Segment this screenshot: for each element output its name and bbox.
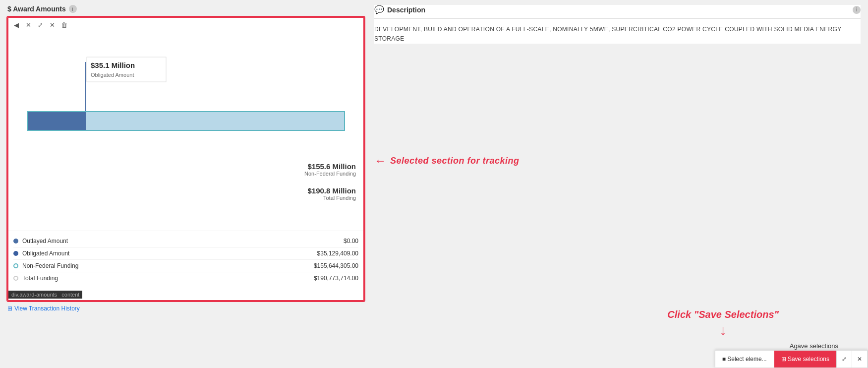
description-title: Description <box>387 6 425 14</box>
legend-obligated: Obligated Amount $35,129,409.00 <box>13 247 358 260</box>
svg-text:Obligated Amount: Obligated Amount <box>91 72 134 78</box>
toolbar-delete-btn[interactable]: 🗑 <box>59 20 69 30</box>
obligated-dot <box>13 251 18 256</box>
description-body: DEVELOPMENT, BUILD AND OPERATION OF A FU… <box>374 25 861 44</box>
legend-non-federal: Non-Federal Funding $155,644,305.00 <box>13 260 358 272</box>
legend-total: Total Funding $190,773,714.00 <box>13 272 358 284</box>
non-federal-legend-value: $155,644,305.00 <box>314 262 358 269</box>
main-container: $ Award Amounts i ◀ ✕ ⤢ ✕ 🗑 <box>0 0 868 368</box>
save-annotation: Click "Save Selections" ↓ <box>667 309 779 338</box>
save-arrow-icon: ↓ <box>667 322 779 338</box>
chart-legend: Outlayed Amount $0.00 Obligated Amount $… <box>8 231 363 288</box>
desc-info-icon[interactable]: i <box>853 6 861 14</box>
tracking-text: Selected section for tracking <box>390 156 520 166</box>
chart-wrapper: ◀ ✕ ⤢ ✕ 🗑 $35.1 Million Obligated Amoun <box>7 17 364 301</box>
chart-area: $35.1 Million Obligated Amount $155.6 Mi… <box>8 32 363 231</box>
chart-toolbar: ◀ ✕ ⤢ ✕ 🗑 <box>8 18 363 32</box>
non-federal-label: Non-Federal Funding <box>304 171 356 177</box>
svg-text:$35.1 Million: $35.1 Million <box>91 61 135 69</box>
total-funding-label: Total Funding <box>304 195 356 201</box>
expand-toolbar-btn[interactable]: ⤢ <box>837 351 852 368</box>
obligated-label: Obligated Amount <box>22 250 69 257</box>
select-element-btn[interactable]: ■ Select eleme... <box>715 351 774 368</box>
total-legend-value: $190,773,714.00 <box>314 275 358 282</box>
outlayed-dot <box>13 239 18 244</box>
bottom-toolbar: ■ Select eleme... ⊞ Save selections ⤢ ✕ <box>715 350 868 368</box>
save-selections-label: ⊞ Save selections <box>781 356 829 363</box>
non-federal-legend-label: Non-Federal Funding <box>22 262 78 269</box>
svg-rect-0 <box>12 32 359 161</box>
description-section: 💬 Description i DEVELOPMENT, BUILD AND O… <box>374 5 861 44</box>
element-tag-text2: content <box>61 292 79 298</box>
total-dot <box>13 276 18 281</box>
select-element-label: ■ Select eleme... <box>722 356 767 363</box>
non-federal-dot <box>13 263 18 268</box>
total-legend-label: Total Funding <box>22 275 58 282</box>
svg-rect-6 <box>86 112 345 130</box>
outlayed-label: Outlayed Amount <box>22 238 68 245</box>
legend-outlayed: Outlayed Amount $0.00 <box>13 235 358 247</box>
close-toolbar-btn[interactable]: ✕ <box>852 351 868 368</box>
element-tag: div.award-amounts content <box>8 291 82 299</box>
non-federal-amount: $155.6 Million <box>304 162 356 171</box>
expand-icon: ⤢ <box>842 356 847 363</box>
view-transaction-text: View Transaction History <box>14 305 80 312</box>
right-panel: 💬 Description i DEVELOPMENT, BUILD AND O… <box>374 5 861 363</box>
total-funding-item: $190.8 Million Total Funding <box>304 186 356 201</box>
view-transaction-link[interactable]: ⊞ View Transaction History <box>7 305 364 312</box>
element-tag-text: div.award-amounts <box>11 292 57 298</box>
grid-icon: ⊞ <box>7 305 12 312</box>
total-funding-amount: $190.8 Million <box>304 186 356 195</box>
outlayed-value: $0.00 <box>344 238 358 245</box>
toolbar-close-btn[interactable]: ✕ <box>23 20 33 30</box>
svg-rect-5 <box>27 112 86 130</box>
tracking-annotation: ← Selected section for tracking <box>374 154 520 168</box>
element-tag-bar: div.award-amounts content <box>8 288 363 300</box>
save-selections-btn[interactable]: ⊞ Save selections <box>774 351 837 368</box>
left-panel: $ Award Amounts i ◀ ✕ ⤢ ✕ 🗑 <box>7 5 364 363</box>
close-icon: ✕ <box>857 356 862 363</box>
chat-icon: 💬 <box>374 5 384 14</box>
funding-labels: $155.6 Million Non-Federal Funding $190.… <box>304 162 356 211</box>
toolbar-back-btn[interactable]: ◀ <box>11 20 21 30</box>
save-annotation-text: Click "Save Selections" <box>667 309 779 320</box>
non-federal-funding-item: $155.6 Million Non-Federal Funding <box>304 162 356 177</box>
description-header: 💬 Description i <box>374 5 861 19</box>
info-icon[interactable]: i <box>69 5 77 13</box>
toolbar-expand-btn[interactable]: ⤢ <box>35 20 45 30</box>
tracking-arrow-icon: ← <box>374 154 386 168</box>
bar-chart-svg: $35.1 Million Obligated Amount <box>8 32 363 161</box>
award-amounts-header: $ Award Amounts i <box>7 5 364 13</box>
award-amounts-title: $ Award Amounts <box>7 5 66 13</box>
toolbar-x-btn[interactable]: ✕ <box>47 20 57 30</box>
obligated-value: $35,129,409.00 <box>317 250 358 257</box>
agave-label: Agave selections <box>790 342 838 350</box>
